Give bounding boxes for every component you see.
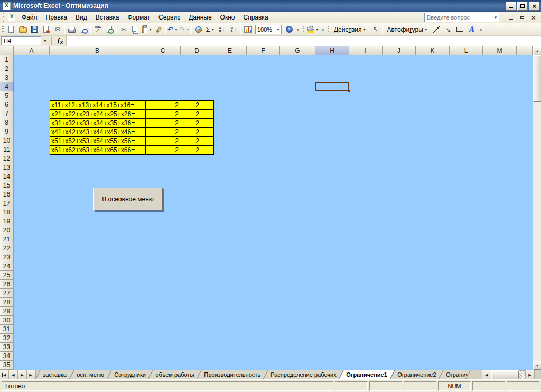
formula-input[interactable] — [66, 36, 541, 46]
main-menu-button[interactable]: В основное меню — [93, 188, 163, 210]
row-header-14[interactable]: 14 — [0, 172, 14, 181]
menu-item[interactable]: Сервис — [154, 12, 184, 23]
sheet-tab[interactable]: Ограниче — [439, 370, 471, 379]
fill-color-icon[interactable]: ▼ — [306, 24, 320, 35]
horizontal-scroll-thumb[interactable] — [491, 370, 519, 379]
scroll-down-button[interactable]: ▼ — [533, 361, 541, 370]
print-icon[interactable] — [66, 24, 78, 35]
row-header-4[interactable]: 4 — [0, 82, 14, 91]
row-header-30[interactable]: 30 — [0, 316, 14, 325]
column-header-c[interactable]: C — [145, 46, 181, 55]
column-header-b[interactable]: B — [50, 46, 145, 55]
insert-hyperlink-icon[interactable] — [193, 24, 204, 35]
toolbar-grip[interactable] — [328, 25, 329, 34]
arrow-icon[interactable]: ↘ — [443, 24, 454, 35]
value-cell[interactable]: 2 — [181, 137, 214, 146]
column-header-h[interactable]: H — [315, 46, 349, 55]
sheet-tab[interactable]: заставка — [35, 370, 74, 379]
row-header-17[interactable]: 17 — [0, 199, 14, 208]
menu-item[interactable]: Окно — [216, 12, 239, 23]
row-header-33[interactable]: 33 — [0, 343, 14, 352]
sort-ascending-icon[interactable]: АЯ↓ — [216, 24, 228, 35]
menu-item[interactable]: Вид — [71, 12, 91, 23]
row-header-15[interactable]: 15 — [0, 181, 14, 190]
workbook-restore-button[interactable] — [518, 14, 527, 22]
save-icon[interactable] — [29, 24, 40, 35]
menu-item[interactable]: Формат — [123, 12, 154, 23]
value-cell[interactable]: 2 — [181, 146, 214, 155]
permission-icon[interactable] — [40, 24, 52, 35]
value-cell[interactable]: 2 — [181, 128, 214, 137]
name-box-dropdown[interactable]: ▼ — [41, 36, 49, 45]
previous-sheet-button[interactable]: ◀ — [9, 370, 18, 379]
row-header-35[interactable]: 35 — [0, 361, 14, 370]
cut-icon[interactable]: ✂ — [118, 24, 129, 35]
column-header-j[interactable]: J — [383, 46, 416, 55]
sheet-tab[interactable]: Ограничение2 — [389, 370, 443, 379]
row-header-11[interactable]: 11 — [0, 145, 14, 154]
column-header-f[interactable]: F — [247, 46, 280, 55]
question-box[interactable]: ▼ — [424, 13, 499, 22]
row-header-28[interactable]: 28 — [0, 298, 14, 307]
row-header-34[interactable]: 34 — [0, 352, 14, 361]
row-header-29[interactable]: 29 — [0, 307, 14, 316]
menu-item[interactable]: Файл — [17, 12, 42, 23]
workbook-icon[interactable] — [8, 14, 15, 21]
row-header-9[interactable]: 9 — [0, 127, 14, 136]
formula-cell[interactable]: x41+x42+x43+x44+x45+x46= — [50, 128, 146, 137]
scroll-up-button[interactable]: ▲ — [533, 46, 541, 55]
sheet-tab[interactable]: осн. меню — [69, 370, 111, 379]
row-header-21[interactable]: 21 — [0, 235, 14, 244]
row-header-26[interactable]: 26 — [0, 280, 14, 289]
formula-cell[interactable]: x21+x22+x23+x24+x25+x26= — [50, 110, 146, 119]
grid-canvas[interactable]: x11+x12+x13+x14+x15+x16=22x21+x22+x23+x2… — [14, 55, 533, 370]
value-cell[interactable]: 2 — [146, 146, 181, 155]
sheet-tab[interactable]: Сотрудники — [106, 370, 153, 379]
row-header-32[interactable]: 32 — [0, 334, 14, 343]
zoom-select[interactable]: 100%▼ — [255, 25, 282, 34]
column-header-l[interactable]: L — [450, 46, 483, 55]
menubar-grip[interactable] — [3, 13, 4, 22]
sheet-tab[interactable]: Производительность — [197, 370, 268, 379]
row-header-27[interactable]: 27 — [0, 289, 14, 298]
autoshapes-menu-button[interactable]: Автофигуры▼ — [384, 24, 431, 35]
help-icon[interactable]: ? — [283, 24, 295, 35]
row-header-12[interactable]: 12 — [0, 154, 14, 163]
column-header-k[interactable]: K — [416, 46, 450, 55]
close-button[interactable]: × — [529, 2, 539, 11]
row-header-19[interactable]: 19 — [0, 217, 14, 226]
workbook-close-button[interactable]: × — [529, 14, 538, 22]
first-sheet-button[interactable]: ◀ — [0, 370, 9, 379]
column-header-i[interactable]: I — [349, 46, 383, 55]
rectangle-icon[interactable] — [454, 24, 466, 35]
row-header-5[interactable]: 5 — [0, 91, 14, 100]
scroll-right-button[interactable]: ▶ — [526, 370, 535, 379]
column-header-m[interactable]: M — [483, 46, 517, 55]
name-box[interactable]: H4 — [1, 36, 41, 45]
sheet-tab[interactable]: объем работы — [148, 370, 202, 379]
toolbar-options-chevron[interactable]: » — [478, 24, 484, 35]
row-header-13[interactable]: 13 — [0, 163, 14, 172]
value-cell[interactable]: 2 — [146, 128, 181, 137]
chart-wizard-icon[interactable] — [242, 24, 254, 35]
fill-handle[interactable] — [348, 90, 350, 92]
print-preview-icon[interactable] — [78, 24, 89, 35]
line-icon[interactable] — [431, 24, 443, 35]
autosum-icon[interactable]: Σ▼ — [204, 24, 216, 35]
undo-icon[interactable]: ↶▼ — [167, 24, 179, 35]
actions-menu-button[interactable]: Действия▼ — [331, 24, 370, 35]
wordart-icon[interactable]: A — [466, 24, 478, 35]
row-header-16[interactable]: 16 — [0, 190, 14, 199]
chevron-down-icon[interactable]: ▼ — [493, 15, 498, 20]
vertical-scrollbar[interactable]: ▲ ▼ — [533, 46, 541, 370]
format-painter-icon[interactable] — [153, 24, 164, 35]
last-sheet-button[interactable]: ▶ — [27, 370, 36, 379]
value-cell[interactable]: 2 — [146, 101, 181, 110]
sheet-tab[interactable]: Ограничение1 — [339, 370, 395, 379]
formula-cell[interactable]: x11+x12+x13+x14+x15+x16= — [50, 101, 146, 110]
row-header-31[interactable]: 31 — [0, 325, 14, 334]
row-header-10[interactable]: 10 — [0, 136, 14, 145]
menu-item[interactable]: Вставка — [91, 12, 124, 23]
row-header-20[interactable]: 20 — [0, 226, 14, 235]
column-header-d[interactable]: D — [181, 46, 213, 55]
